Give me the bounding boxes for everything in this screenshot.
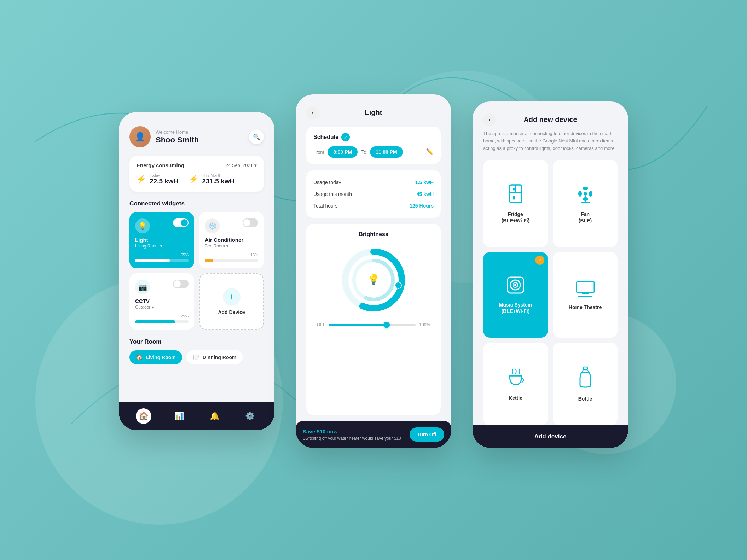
from-time[interactable]: 8:00 PM: [328, 146, 358, 158]
brightness-slider-container: OFF 100%: [313, 322, 434, 327]
month-stat: ⚡ This Month 231.5 kwH: [189, 173, 234, 185]
ac-name: Air Conditioner: [205, 237, 258, 243]
notification-bar: Save $10 now Switching off your water he…: [296, 421, 451, 448]
ac-progress-fill: [205, 259, 213, 262]
fridge-icon: [507, 183, 525, 208]
plug-icon: ⚡: [137, 175, 146, 184]
chevron-icon: ▾: [254, 163, 257, 168]
notif-title: Save $10 now: [303, 428, 401, 434]
schedule-header: Schedule ✓: [313, 133, 434, 141]
chevron-down-icon: ▾: [160, 244, 162, 249]
slider-on-label: 100%: [419, 322, 430, 327]
toggle-knob: [181, 219, 188, 226]
selected-check-icon: ✓: [535, 256, 544, 265]
slider-thumb: [383, 322, 390, 328]
device-theatre[interactable]: Home Theatre: [553, 252, 618, 338]
living-room-btn[interactable]: 🏠 Living Room: [129, 350, 182, 364]
music-icon: [506, 275, 525, 298]
room-buttons: 🏠 Living Room 🍽️ Dinning Room: [129, 350, 264, 364]
energy-header: Energy consuming 24 Sep, 2021 ▾: [137, 162, 257, 168]
p3-back-button[interactable]: ‹: [483, 113, 496, 126]
schedule-card: Schedule ✓ From 8:00 PM To 11:00 PM ✏️: [306, 127, 441, 164]
cctv-progress: [135, 320, 189, 323]
device-fan[interactable]: Fan(BLE): [553, 160, 618, 247]
bottom-nav: 🏠 📊 🔔 ⚙️: [119, 402, 274, 430]
phones-container: 👤 Welcome Home Shoo Smith 🔍 Energy consu…: [119, 112, 628, 448]
brightness-card: Brightness 💡: [306, 224, 441, 415]
svg-point-14: [589, 191, 592, 197]
svg-point-6: [395, 282, 401, 288]
usage-hours-row: Total hours 125 Hours: [313, 200, 434, 211]
brightness-title: Brightness: [313, 231, 434, 238]
device-fridge[interactable]: Fridge(BLE+Wi-Fi): [483, 160, 548, 247]
ac-widget[interactable]: ❄️ Air Conditioner Bed Room ▾ 15%: [199, 212, 264, 268]
svg-point-16: [578, 191, 582, 197]
cctv-pct: 75%: [181, 314, 189, 318]
from-label: From: [313, 150, 324, 155]
usage-today-label: Usage today: [313, 180, 341, 185]
home-icon: 🏠: [136, 354, 143, 361]
nav-settings[interactable]: ⚙️: [242, 408, 257, 424]
svg-rect-11: [513, 196, 515, 200]
device-music[interactable]: ✓ Music System(BLE+Wi-Fi): [483, 252, 548, 338]
nav-stats[interactable]: 📊: [171, 408, 187, 424]
cctv-toggle[interactable]: [173, 280, 189, 288]
bell-nav-icon: 🔔: [210, 412, 219, 421]
nav-notifications[interactable]: 🔔: [207, 408, 222, 424]
search-button[interactable]: 🔍: [249, 129, 264, 144]
p2-title: Light: [365, 109, 382, 117]
brightness-slider[interactable]: [329, 324, 416, 326]
p3-header: ‹ Add new device: [483, 116, 618, 124]
light-pct: 65%: [181, 253, 189, 257]
chevron-down-icon-2: ▾: [226, 244, 228, 249]
usage-month-row: Usage this month 45 kwH: [313, 188, 434, 200]
home-nav-icon: 🏠: [139, 412, 149, 421]
ac-room: Bed Room ▾: [205, 244, 258, 249]
search-icon: 🔍: [253, 134, 260, 140]
today-stat: ⚡ Today 22.5 kwH: [137, 173, 178, 185]
edit-icon[interactable]: ✏️: [426, 148, 434, 156]
device-bottle[interactable]: Bottle: [553, 343, 618, 425]
to-time[interactable]: 11:00 PM: [370, 146, 403, 158]
add-device-card[interactable]: + Add Device: [199, 273, 264, 330]
light-widget[interactable]: 💡 Light Living Room ▾ 65%: [129, 212, 194, 268]
usage-month-label: Usage this month: [313, 191, 352, 197]
back-button[interactable]: ‹: [306, 106, 319, 119]
add-device-bar[interactable]: Add device: [473, 425, 628, 448]
notif-subtitle: Switching off your water heater would sa…: [303, 436, 401, 441]
p3-description: The app is a master at connecting to oth…: [483, 130, 618, 152]
nav-home[interactable]: 🏠: [136, 408, 151, 424]
cctv-widget[interactable]: 📷 CCTV Outdoor ▾ 75%: [129, 273, 194, 330]
ac-icon: ❄️: [205, 218, 220, 233]
dining-room-btn[interactable]: 🍽️ Dinning Room: [186, 350, 243, 364]
usage-hours-label: Total hours: [313, 203, 337, 209]
svg-rect-27: [583, 367, 587, 370]
theatre-icon: [575, 280, 596, 301]
notif-text-group: Save $10 now Switching off your water he…: [303, 428, 401, 441]
kettle-name: Kettle: [509, 395, 522, 401]
cctv-name: CCTV: [135, 298, 189, 304]
ac-pct: 15%: [250, 253, 258, 257]
energy-date: 24 Sep, 2021 ▾: [226, 163, 257, 168]
usage-today-row: Usage today 1.5 kwH: [313, 177, 434, 188]
light-progress-fill: [135, 259, 170, 262]
ac-toggle[interactable]: [243, 218, 258, 227]
usage-today-value: 1.5 kwH: [415, 180, 434, 185]
gear-nav-icon: ⚙️: [245, 412, 255, 421]
cctv-widget-top: 📷: [135, 280, 189, 294]
turn-off-button[interactable]: Turn Off: [410, 427, 444, 442]
phone-3: ‹ Add new device The app is a master at …: [473, 101, 628, 448]
dial-svg: 💡: [338, 245, 409, 315]
energy-card: Energy consuming 24 Sep, 2021 ▾ ⚡ Today …: [129, 156, 264, 192]
ac-widget-top: ❄️: [205, 218, 258, 233]
dining-room-label: Dinning Room: [203, 355, 237, 360]
to-label: To: [361, 149, 366, 155]
slider-fill: [329, 324, 390, 326]
user-info: Welcome Home Shoo Smith: [156, 129, 199, 145]
cctv-room: Outdoor ▾: [135, 305, 189, 310]
light-toggle[interactable]: [173, 218, 189, 227]
device-kettle[interactable]: Kettle: [483, 343, 548, 425]
light-widget-top: 💡: [135, 218, 189, 233]
schedule-title: Schedule: [313, 134, 338, 140]
add-device-bar-label: Add device: [534, 433, 567, 440]
